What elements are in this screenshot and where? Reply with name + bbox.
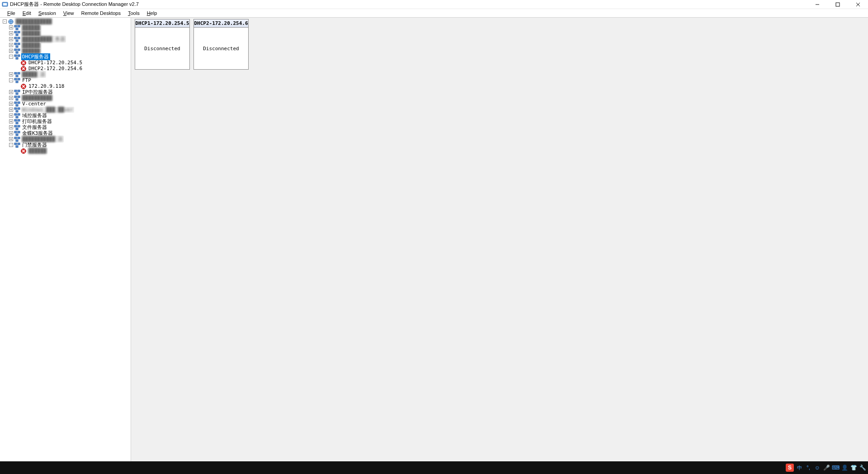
- menubar: File Edit Session View Remote Desktops T…: [0, 9, 868, 18]
- tree-expander[interactable]: +: [9, 108, 13, 112]
- tree-expander[interactable]: -: [9, 55, 13, 59]
- tree-expander[interactable]: +: [9, 96, 13, 100]
- svg-rect-66: [16, 140, 18, 142]
- svg-rect-42: [16, 93, 18, 95]
- svg-rect-68: [18, 143, 20, 145]
- ime-emoji-icon[interactable]: ☺: [814, 464, 821, 471]
- tree-expander[interactable]: +: [9, 114, 13, 118]
- tree-item[interactable]: -████████████: [0, 19, 131, 24]
- sogou-ime-icon[interactable]: S: [786, 464, 794, 472]
- ime-skin-icon[interactable]: 👕: [850, 464, 857, 471]
- svg-rect-61: [14, 131, 17, 133]
- tree-expander[interactable]: +: [9, 119, 13, 123]
- tree-item[interactable]: DHCP1-172.20.254.5: [0, 60, 131, 66]
- svg-rect-15: [16, 40, 18, 42]
- tree-item[interactable]: +IP中控服务器: [0, 89, 131, 95]
- ime-lang-icon[interactable]: 中: [796, 464, 803, 471]
- svg-rect-9: [16, 28, 18, 30]
- ime-keyboard-icon[interactable]: ⌨: [832, 464, 839, 471]
- tree-expander[interactable]: +: [9, 31, 13, 35]
- close-button[interactable]: [848, 0, 868, 9]
- svg-rect-13: [14, 37, 17, 39]
- tree-item[interactable]: +██████████: [0, 95, 131, 101]
- ime-punct-icon[interactable]: °,: [805, 464, 812, 471]
- menu-tools[interactable]: Tools: [124, 9, 143, 17]
- tree-expander: [15, 84, 19, 88]
- minimize-button[interactable]: [807, 0, 827, 9]
- group-icon: [14, 78, 20, 83]
- tree-item[interactable]: +██████: [0, 42, 131, 48]
- tree-item[interactable]: -门禁服务器: [0, 142, 131, 148]
- svg-rect-48: [16, 104, 18, 106]
- tree-expander[interactable]: +: [9, 131, 13, 135]
- group-icon: [14, 37, 20, 42]
- tree-expander[interactable]: +: [9, 25, 13, 29]
- tree-item[interactable]: +█████ 器: [0, 71, 131, 77]
- group-icon: [14, 25, 20, 30]
- svg-rect-49: [14, 108, 17, 109]
- group-icon: [14, 131, 20, 136]
- tree-item[interactable]: +V-center: [0, 101, 131, 107]
- tree-item[interactable]: +██████: [0, 24, 131, 30]
- svg-rect-23: [18, 55, 20, 57]
- svg-rect-51: [16, 110, 18, 112]
- ime-tool-icon[interactable]: 🔧: [859, 464, 866, 471]
- disconnected-icon: [20, 84, 27, 89]
- tree-item[interactable]: +打印机服务器: [0, 118, 131, 124]
- menu-remote-desktops[interactable]: Remote Desktops: [78, 9, 124, 17]
- menu-view[interactable]: View: [60, 9, 78, 17]
- tree-expander[interactable]: +: [9, 72, 13, 76]
- tree-expander[interactable]: +: [9, 49, 13, 53]
- menu-session[interactable]: Session: [35, 9, 60, 17]
- tree-item[interactable]: +金蝶K3服务器: [0, 130, 131, 136]
- menu-file[interactable]: File: [4, 9, 19, 17]
- connection-thumbnail[interactable]: DHCP1-172.20.254.5Disconnected: [135, 19, 190, 70]
- tree-item-label: 门禁服务器: [21, 142, 48, 148]
- tree-item[interactable]: +███████████ 器: [0, 136, 131, 142]
- tree-item[interactable]: 172.20.9.118: [0, 83, 131, 89]
- tree-expander[interactable]: -: [3, 19, 7, 24]
- tree-panel[interactable]: -████████████+██████+██████+██████████ 务…: [0, 18, 131, 461]
- taskbar[interactable]: S 中 °, ☺ 🎤 ⌨ 👤 👕 🔧: [0, 461, 868, 474]
- group-icon: [14, 31, 20, 36]
- menu-help[interactable]: Help: [143, 9, 161, 17]
- tree-item[interactable]: +██████████ 务器: [0, 36, 131, 42]
- svg-rect-11: [18, 31, 20, 33]
- svg-rect-63: [16, 134, 18, 136]
- tree-item[interactable]: DHCP2-172.20.254.6: [0, 66, 131, 71]
- tree-item[interactable]: ██████: [0, 148, 131, 154]
- tree-expander[interactable]: +: [9, 90, 13, 94]
- window-title: DHCP服务器 - Remote Desktop Connection Mana…: [10, 1, 139, 8]
- tree-item[interactable]: +域控服务器: [0, 113, 131, 118]
- svg-rect-35: [18, 78, 20, 80]
- tree-expander[interactable]: +: [9, 43, 13, 47]
- tree-item[interactable]: +Windows_███_██ver: [0, 107, 131, 113]
- tree-expander[interactable]: +: [9, 102, 13, 106]
- ime-user-icon[interactable]: 👤: [841, 464, 848, 471]
- svg-rect-44: [18, 96, 20, 98]
- tree-item[interactable]: -DHCP服务器: [0, 54, 131, 60]
- tree-item[interactable]: +██████: [0, 30, 131, 36]
- tree-expander[interactable]: +: [9, 37, 13, 41]
- tree-expander[interactable]: +: [9, 137, 13, 141]
- group-icon: [14, 125, 20, 130]
- svg-rect-33: [16, 75, 18, 77]
- tree-expander[interactable]: -: [9, 78, 13, 82]
- connection-thumbnail[interactable]: DHCP2-172.20.254.6Disconnected: [193, 19, 249, 70]
- svg-rect-57: [16, 122, 18, 124]
- disconnected-icon: [20, 148, 27, 154]
- svg-rect-34: [14, 78, 17, 80]
- maximize-button[interactable]: [827, 0, 848, 9]
- tree-item[interactable]: +文件服务器: [0, 124, 131, 130]
- ime-mic-icon[interactable]: 🎤: [823, 464, 830, 471]
- group-icon: [14, 90, 20, 95]
- svg-rect-59: [18, 125, 20, 127]
- menu-edit[interactable]: Edit: [19, 9, 35, 17]
- tree-item[interactable]: +██████: [0, 48, 131, 54]
- tree-expander[interactable]: -: [9, 143, 13, 147]
- tree-item[interactable]: -FTP: [0, 77, 131, 83]
- tree-item-label: IP中控服务器: [21, 89, 54, 95]
- tree-item-label: FTP: [21, 77, 32, 83]
- tree-expander[interactable]: +: [9, 125, 13, 129]
- group-icon: [14, 95, 20, 101]
